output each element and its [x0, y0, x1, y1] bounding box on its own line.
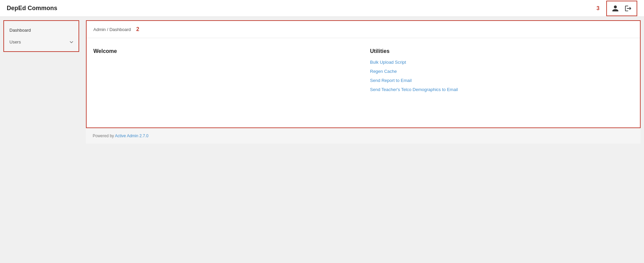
user-icon: [612, 5, 619, 12]
main-content: Admin / Dashboard 2 Welcome Utilities Bu…: [83, 17, 644, 263]
chevron-down-icon: [70, 40, 73, 44]
welcome-section: Welcome: [93, 48, 357, 96]
content-panel: Admin / Dashboard 2 Welcome Utilities Bu…: [86, 20, 641, 128]
utilities-heading: Utilities: [370, 48, 633, 54]
header-annotation-badge: 3: [596, 5, 600, 11]
sidebar-wrapper: Dashboard Users 1: [0, 17, 83, 263]
app-header: DepEd Commons 3: [0, 0, 644, 17]
send-teacher-telco-link[interactable]: Send Teacher's Telco Demographics to Ema…: [370, 87, 633, 92]
logout-button[interactable]: [622, 3, 634, 14]
logout-icon: [624, 5, 632, 12]
app-title: DepEd Commons: [7, 5, 57, 12]
bulk-upload-script-link[interactable]: Bulk Upload Script: [370, 60, 633, 65]
user-profile-button[interactable]: [610, 3, 621, 14]
page-footer: Powered by Active Admin 2.7.0: [86, 128, 641, 144]
sidebar-item-users[interactable]: Users: [4, 36, 79, 48]
send-report-email-link[interactable]: Send Report to Email: [370, 78, 633, 83]
page-layout: Dashboard Users 1 Admin / Dashboard 2: [0, 17, 644, 263]
active-admin-link[interactable]: Active Admin 2.7.0: [115, 134, 148, 138]
welcome-heading: Welcome: [93, 48, 357, 54]
content-body: Welcome Utilities Bulk Upload Script Reg…: [87, 38, 640, 106]
breadcrumb-annotation-badge: 2: [136, 26, 139, 32]
breadcrumb-bar: Admin / Dashboard 2: [87, 21, 640, 38]
header-icons-group: [606, 1, 637, 16]
header-actions: 3: [596, 1, 637, 16]
sidebar-item-dashboard[interactable]: Dashboard: [4, 24, 79, 36]
regen-cache-link[interactable]: Regen Cache: [370, 69, 633, 74]
utilities-section: Utilities Bulk Upload Script Regen Cache…: [370, 48, 633, 96]
footer-prefix: Powered by: [93, 134, 115, 138]
breadcrumb: Admin / Dashboard: [93, 27, 131, 32]
sidebar-nav: Dashboard Users: [3, 20, 79, 52]
